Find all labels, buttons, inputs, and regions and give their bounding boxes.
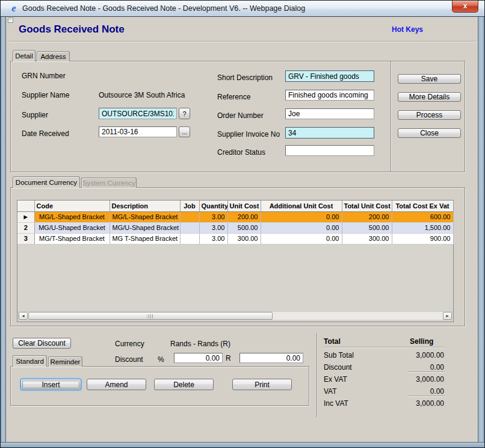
total-label: VAT: [324, 387, 337, 396]
cell-description: MG/U-Shaped Bracket: [110, 222, 180, 233]
cell-unit-cost: 500.00: [227, 222, 261, 233]
tab-address[interactable]: Address: [37, 51, 70, 61]
total-label: Inc VAT: [324, 399, 348, 408]
delete-button[interactable]: Delete: [154, 379, 214, 390]
tab-standard[interactable]: Standard: [13, 355, 47, 367]
close-window-button[interactable]: x: [452, 1, 478, 13]
cell-total-cost-ex-vat: 600.00: [392, 211, 453, 222]
cell-additional-unit-cost: 0.00: [261, 211, 342, 222]
cell-total-unit-cost: 200.00: [342, 211, 392, 222]
table-row[interactable]: ► MG/L-Shaped Bracket MG/L-Shaped Bracke…: [17, 211, 453, 222]
grid-col-job[interactable]: Job: [180, 201, 199, 211]
cell-code: MG/T-Shaped Bracket: [34, 233, 110, 244]
table-row[interactable]: 3 MG/T-Shaped Bracket MG T-Shaped Bracke…: [17, 233, 453, 244]
total-value: 0.00: [430, 387, 444, 396]
grid-col-additional-unit-cost[interactable]: Additional Unit Cost: [261, 201, 342, 211]
discount-underline: [408, 372, 445, 373]
detail-button-divider: [391, 61, 392, 172]
discount-percent-input[interactable]: [174, 353, 223, 363]
cell-total-unit-cost: 300.00: [342, 233, 392, 244]
title-bar[interactable]: e Goods Received Note - Goods Received N…: [1, 1, 484, 17]
tab-document-currency[interactable]: Document Currency: [13, 176, 80, 188]
grid-col-description[interactable]: Description: [110, 201, 180, 211]
total-label: Discount: [324, 363, 352, 372]
print-button[interactable]: Print: [232, 379, 292, 390]
cell-description: MG T-Shaped Bracket: [110, 233, 180, 244]
row-number: 2: [17, 222, 34, 233]
discount-label: Discount: [115, 355, 143, 364]
rand-sign: R: [226, 354, 231, 362]
cell-additional-unit-cost: 0.00: [261, 222, 342, 233]
cell-quantity: 3.00: [199, 211, 227, 222]
totals-header: Total Selling: [324, 337, 444, 346]
cell-quantity: 3.00: [199, 222, 227, 233]
line-items-grid: Code Description Job Quantity Unit Cost …: [17, 200, 454, 322]
page-title: Goods Received Note: [19, 23, 125, 36]
cell-description: MG/L-Shaped Bracket: [110, 211, 180, 222]
grid-col-quantity[interactable]: Quantity: [199, 201, 227, 211]
cell-total-cost-ex-vat: 900.00: [392, 233, 453, 244]
currency-label: Currency: [115, 340, 144, 348]
window-frame-right: [478, 17, 484, 448]
cell-unit-cost: 300.00: [227, 233, 261, 244]
total-label: Ex VAT: [324, 375, 347, 384]
detail-groupbox: [10, 61, 465, 172]
horizontal-scrollbar[interactable]: ◄ ►: [18, 311, 453, 320]
window-title: Goods Received Note - Goods Received Not…: [22, 4, 305, 13]
total-value: 3,000.00: [416, 399, 444, 408]
percent-sign: %: [158, 355, 164, 364]
cell-unit-cost: 200.00: [227, 211, 261, 222]
grid-col-total-unit-cost[interactable]: Total Unit Cost: [342, 201, 392, 211]
insert-button[interactable]: Insert: [20, 379, 81, 390]
total-value: 0.00: [430, 363, 444, 372]
tab-system-currency[interactable]: System Currency: [81, 178, 137, 188]
totals-col-selling: Selling: [410, 337, 433, 346]
currency-value: Rands - Rands (R): [170, 340, 230, 348]
cell-code: MG/L-Shaped Bracket: [34, 211, 110, 222]
total-line-inc-vat: Inc VAT 3,000.00: [324, 399, 444, 408]
totals-header-rule: [324, 347, 445, 348]
tab-reminder[interactable]: Reminder: [48, 356, 82, 367]
scroll-left-icon[interactable]: ◄: [19, 312, 28, 320]
total-line-vat: VAT 0.00: [324, 387, 444, 396]
line-items-table: Code Description Job Quantity Unit Cost …: [17, 201, 454, 244]
internet-explorer-icon: e: [8, 3, 19, 14]
cell-total-unit-cost: 500.00: [342, 222, 392, 233]
header-separator: [9, 41, 476, 42]
window-frame-left: [1, 17, 6, 448]
scroll-right-icon[interactable]: ►: [443, 312, 452, 320]
total-line-subtotal: Sub Total 3,000.00: [324, 351, 444, 359]
total-line-ex-vat: Ex VAT 3,000.00: [324, 375, 444, 384]
totals-divider: [317, 333, 318, 417]
cell-job: [180, 211, 199, 222]
dialog-window: e Goods Received Note - Goods Received N…: [0, 0, 485, 448]
cell-additional-unit-cost: 0.00: [261, 233, 342, 244]
total-value: 3,000.00: [416, 375, 444, 384]
cell-quantity: 3.00: [199, 233, 227, 244]
row-selector-marker: ►: [17, 211, 34, 222]
grid-col-selector: [17, 201, 34, 211]
grid-col-total-cost-ex-vat[interactable]: Total Cost Ex Vat: [392, 201, 453, 211]
total-line-discount: Discount 0.00: [324, 363, 444, 372]
window-frame-bottom: [1, 442, 484, 447]
grid-col-code[interactable]: Code: [34, 201, 110, 211]
discount-rand-input[interactable]: [239, 353, 303, 363]
cell-job: [180, 233, 199, 244]
tab-detail[interactable]: Detail: [13, 50, 36, 61]
totals-col-label: Total: [324, 337, 341, 346]
grid-col-unit-cost[interactable]: Unit Cost: [227, 201, 261, 211]
amend-button[interactable]: Amend: [87, 379, 146, 390]
scrollbar-grip: [147, 314, 154, 319]
row-number: 3: [17, 233, 34, 244]
total-value: 3,000.00: [416, 351, 444, 359]
scrollbar-thumb[interactable]: [28, 312, 273, 320]
vat-underline: [408, 396, 445, 397]
cell-job: [180, 222, 199, 233]
cell-total-cost-ex-vat: 1,500.00: [392, 222, 453, 233]
page-marker-icon: [8, 17, 13, 23]
hot-keys-link[interactable]: Hot Keys: [392, 25, 423, 34]
total-label: Sub Total: [324, 351, 354, 359]
clear-discount-button[interactable]: Clear Discount: [13, 338, 71, 349]
grid-header-row: Code Description Job Quantity Unit Cost …: [17, 201, 453, 211]
table-row[interactable]: 2 MG/U-Shaped Bracket MG/U-Shaped Bracke…: [17, 222, 453, 233]
